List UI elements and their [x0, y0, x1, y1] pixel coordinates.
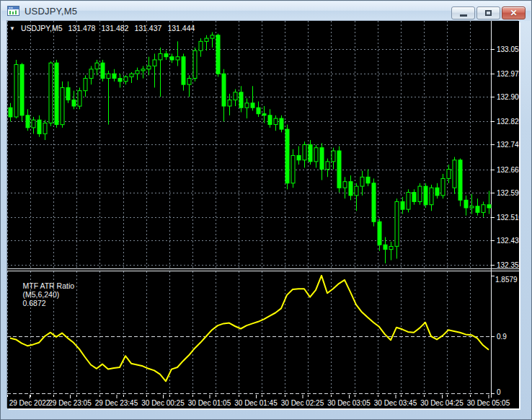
minimize-icon — [460, 14, 467, 17]
candle — [320, 148, 324, 170]
candle — [164, 53, 168, 56]
candle — [32, 120, 35, 128]
candle — [332, 151, 335, 162]
candle — [314, 148, 318, 162]
svg-text:132.745: 132.745 — [497, 141, 519, 149]
candle — [141, 69, 145, 71]
candle — [118, 79, 122, 82]
candle — [360, 177, 364, 186]
candle — [210, 35, 214, 38]
chart-ohlc-header: ▼ USDJPY,M5 131.478 131.482 131.437 131.… — [9, 24, 196, 32]
candle — [228, 100, 231, 107]
candle — [9, 108, 12, 117]
candle — [453, 160, 456, 188]
candle — [136, 71, 139, 74]
candlestick-series — [9, 32, 491, 263]
candle — [441, 178, 445, 196]
candle — [55, 63, 58, 124]
candle — [435, 188, 439, 196]
candle — [239, 92, 243, 108]
svg-text:132.590: 132.590 — [497, 189, 519, 197]
candle — [487, 205, 491, 208]
candle — [72, 100, 76, 107]
candle — [337, 151, 341, 188]
header-symbol: USDJPY,M5 — [21, 24, 63, 32]
candle — [268, 115, 272, 125]
candle — [274, 118, 278, 125]
candle — [170, 57, 174, 60]
indicator-name: MTF ATR Ratio — [23, 281, 75, 290]
candle — [384, 245, 387, 249]
candle — [187, 79, 191, 85]
candle — [193, 51, 197, 78]
candle — [66, 87, 70, 100]
candle — [89, 69, 93, 79]
close-button[interactable]: ✕ — [502, 6, 526, 19]
candle — [349, 182, 353, 196]
svg-text:1.8579: 1.8579 — [495, 276, 518, 284]
candle — [234, 92, 237, 100]
candle — [147, 66, 151, 69]
svg-text:30 Dec 04:25: 30 Dec 04:25 — [420, 399, 464, 407]
time-axis[interactable]: 29 Dec 202229 Dec 23:0529 Dec 23:4530 De… — [8, 395, 510, 407]
header-low: 131.437 — [134, 24, 161, 32]
panel-separator[interactable] — [7, 269, 519, 271]
symbol-dropdown-icon[interactable]: ▼ — [9, 25, 15, 32]
restore-icon — [485, 10, 492, 16]
candle — [424, 186, 427, 205]
chart-canvas[interactable]: 133.055132.975132.900132.820132.745132.6… — [7, 21, 519, 408]
candle — [20, 64, 24, 115]
candle — [222, 74, 226, 106]
candle — [95, 63, 99, 69]
candle — [84, 79, 87, 91]
svg-text:30 Dec 03:45: 30 Dec 03:45 — [374, 399, 417, 407]
svg-text:30 Dec 03:05: 30 Dec 03:05 — [327, 399, 371, 407]
candle — [407, 193, 410, 210]
candle — [366, 177, 370, 183]
candle — [372, 183, 376, 222]
candle — [176, 57, 179, 60]
indicator-value: 0.6872 — [23, 299, 46, 307]
candle — [43, 123, 47, 134]
candle — [130, 74, 133, 76]
candle — [14, 64, 18, 117]
candle — [159, 53, 162, 60]
candle — [395, 201, 399, 246]
candle — [430, 188, 433, 205]
candle — [389, 246, 393, 249]
svg-text:29 Dec 23:45: 29 Dec 23:45 — [95, 399, 138, 407]
svg-text:30 Dec 01:45: 30 Dec 01:45 — [234, 399, 278, 407]
candle — [303, 144, 306, 159]
candle — [107, 74, 110, 78]
svg-text:29 Dec 23:05: 29 Dec 23:05 — [48, 399, 92, 407]
candle — [470, 206, 474, 208]
candle — [343, 182, 347, 188]
svg-text:30 Dec 02:25: 30 Dec 02:25 — [281, 399, 324, 407]
restore-button[interactable] — [476, 6, 500, 19]
candle — [355, 186, 358, 196]
grid — [7, 21, 491, 393]
price-axis[interactable]: 133.055132.975132.900132.820132.745132.6… — [491, 45, 519, 269]
titlebar[interactable]: USDJPY,M5 ✕ — [1, 1, 531, 21]
indicator-axis[interactable]: 1.85790.90 — [491, 276, 518, 396]
candle — [112, 74, 116, 78]
svg-text:0.9: 0.9 — [497, 333, 507, 341]
candle — [257, 108, 260, 114]
svg-text:132.435: 132.435 — [497, 237, 519, 245]
candle — [291, 155, 295, 183]
candle — [37, 120, 41, 134]
minimize-button[interactable] — [451, 6, 475, 19]
candle — [182, 57, 185, 84]
candle — [326, 162, 329, 170]
candle — [401, 201, 404, 209]
candle — [49, 63, 53, 123]
header-open: 131.478 — [68, 24, 96, 32]
header-high: 131.482 — [101, 24, 128, 32]
candle — [309, 144, 312, 162]
svg-text:132.975: 132.975 — [497, 70, 519, 78]
chart-client-area[interactable]: 133.055132.975132.900132.820132.745132.6… — [7, 21, 519, 408]
candle — [378, 222, 381, 245]
candle — [280, 118, 283, 129]
svg-text:0: 0 — [497, 388, 501, 396]
candle — [476, 206, 479, 213]
